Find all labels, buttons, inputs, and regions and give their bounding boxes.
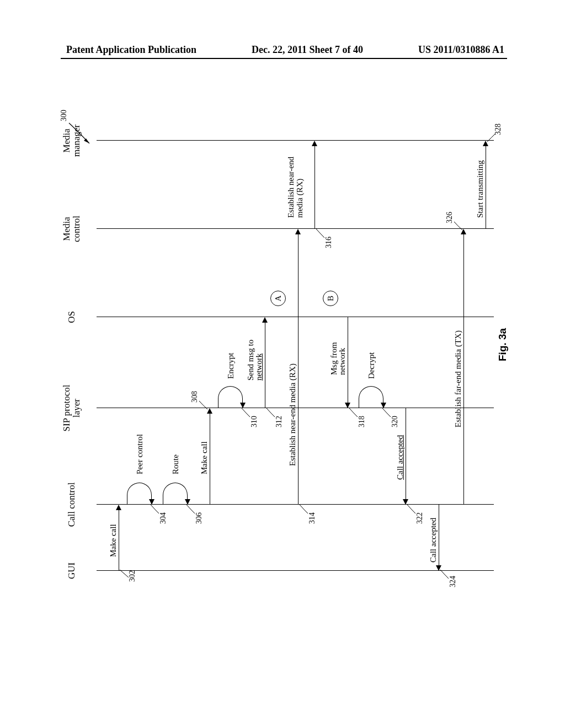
arrow-302 (119, 510, 119, 571)
ref-308-leader (198, 399, 210, 411)
ref-328: 328 (494, 124, 503, 135)
msg-310-label: Encrypt (226, 353, 236, 379)
ref-302: 302 (128, 570, 137, 582)
header-center: Dec. 22, 2011 Sheet 7 of 40 (252, 44, 363, 56)
ref-308: 308 (190, 391, 199, 403)
arc-320 (359, 386, 383, 408)
ref-314: 314 (308, 512, 317, 524)
msg-324-label: Call accepted (429, 518, 438, 563)
arc-306 (163, 483, 188, 505)
arrow-326 (463, 234, 464, 505)
ref-306: 306 (195, 512, 204, 524)
arrow-314-head (295, 229, 301, 234)
msg-316-label: Establish near-endmedia (RX) (287, 157, 305, 218)
lifeline-media-manager (97, 140, 494, 141)
lifeline-gui (97, 570, 494, 571)
arrow-312-head (262, 317, 268, 323)
msg-304-label: Peer control (135, 434, 145, 474)
header-left: Patent Application Publication (66, 44, 196, 56)
msg-326-label: Establish far-end media (TX) (454, 330, 463, 427)
ref-320: 320 (391, 416, 399, 427)
diagram-wrapper: 300 GUI Call control SIP protocollayer O… (66, 108, 502, 593)
msg-328-label: Start transmitting (476, 160, 485, 218)
arrow-314 (298, 234, 299, 505)
svg-marker-0 (84, 138, 89, 143)
lifeline-media-control-label: Mediacontrol (62, 216, 82, 242)
arc-310 (218, 386, 243, 408)
header-right: US 2011/0310886 A1 (418, 44, 504, 56)
lifeline-gui-label: GUI (66, 563, 77, 579)
ref-326: 326 (445, 212, 454, 223)
marker-a: A (270, 291, 286, 306)
page-header: Patent Application Publication Dec. 22, … (0, 44, 565, 56)
arrow-316-head (312, 141, 317, 146)
msg-312-label: Send msg tonetwork (247, 340, 263, 381)
lifeline-sip-label: SIP protocollayer (62, 385, 82, 432)
ref-316: 316 (324, 237, 333, 248)
msg-302-label: Make call (109, 524, 118, 557)
figure-label: Fig. 3a (497, 328, 509, 361)
ref-322: 322 (415, 512, 424, 524)
msg-322-label: Call accepted (396, 435, 405, 480)
arrow-316 (315, 146, 315, 229)
arrow-322 (406, 408, 406, 505)
ref-312: 312 (275, 416, 284, 427)
sequence-diagram: 300 GUI Call control SIP protocollayer O… (66, 108, 502, 593)
header-divider (61, 58, 507, 59)
marker-b: B (323, 291, 338, 306)
msg-320-label: Decrypt (367, 352, 376, 379)
arrow-318 (348, 317, 348, 408)
lifeline-os-label: OS (66, 311, 77, 323)
msg-308-label: Make call (200, 441, 209, 474)
ref-310: 310 (250, 416, 259, 427)
ref-318: 318 (358, 416, 366, 427)
arc-304 (127, 483, 152, 505)
msg-318-label: Msg fromnetwork (330, 342, 347, 375)
ref-324: 324 (449, 576, 457, 587)
arrow-302-head (116, 505, 121, 510)
arrow-308 (210, 414, 210, 505)
arrow-328 (486, 146, 486, 229)
arrow-324 (439, 505, 439, 571)
ref-326-leader (452, 220, 465, 232)
arrow-312 (265, 323, 265, 408)
lifeline-call-control-label: Call control (66, 483, 77, 527)
msg-314-label: Establish near-end media (RX) (288, 363, 297, 466)
ref-304: 304 (159, 512, 168, 524)
msg-306-label: Route (171, 454, 180, 474)
lifeline-os (97, 317, 494, 317)
lifeline-media-manager-label: Mediamanager (62, 125, 82, 157)
